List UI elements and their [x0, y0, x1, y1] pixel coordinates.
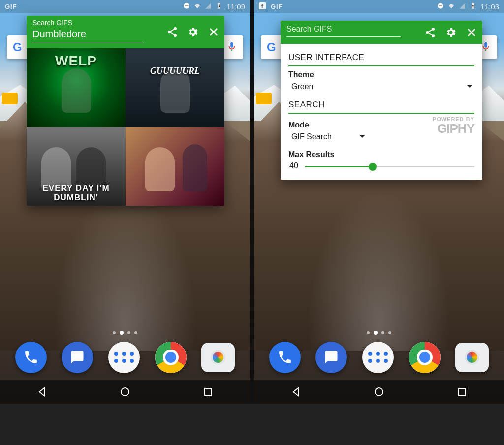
close-icon[interactable]: [208, 26, 220, 38]
homescreen-widget-badge: [256, 93, 272, 104]
dnd-icon: [437, 2, 444, 11]
svg-point-4: [168, 31, 171, 33]
navigation-bar: [254, 380, 504, 404]
camera-app-icon[interactable]: [201, 343, 235, 372]
gif-results-grid: WELP GUUUUURL EVERY DAY I'M DUMBLIN': [27, 48, 224, 206]
svg-rect-2: [231, 49, 232, 51]
svg-point-12: [432, 28, 435, 31]
dock: [0, 335, 250, 380]
phone-screen-left: GIF 11:09 G.: [0, 0, 250, 404]
chevron-down-icon: [467, 85, 472, 91]
battery-icon: [216, 2, 222, 11]
search-label: Search GIFS: [32, 19, 219, 27]
facebook-notif-icon: [259, 2, 266, 11]
back-button[interactable]: [290, 386, 302, 398]
recents-button[interactable]: [456, 386, 468, 398]
dnd-icon: [183, 2, 190, 11]
messages-app-icon[interactable]: [315, 342, 347, 373]
svg-rect-16: [459, 388, 466, 395]
max-results-value: 40: [289, 161, 298, 170]
phone-screen-right: GIF 11:03 G: [254, 0, 504, 404]
search-input[interactable]: [32, 28, 144, 43]
theme-value: Green: [291, 82, 313, 91]
mode-label: Mode: [288, 121, 428, 129]
battery-icon: [470, 2, 476, 11]
gear-icon[interactable]: [445, 27, 457, 38]
close-icon[interactable]: [466, 27, 477, 38]
gif-caption: EVERY DAY I'M DUMBLIN': [27, 183, 126, 203]
chrome-app-icon[interactable]: [409, 342, 441, 373]
back-button[interactable]: [36, 386, 48, 398]
max-results-slider[interactable]: [305, 162, 474, 172]
status-bar: GIF 11:03: [254, 0, 504, 13]
mode-dropdown[interactable]: GIF Search: [288, 129, 367, 146]
phone-app-icon[interactable]: [269, 342, 301, 373]
gif-result[interactable]: EVERY DAY I'M DUMBLIN': [27, 127, 126, 206]
gif-result[interactable]: WELP: [27, 48, 126, 127]
svg-point-6: [121, 388, 129, 396]
mic-icon[interactable]: [226, 41, 237, 54]
powered-by-giphy: POWERED BY GIPHY: [433, 117, 474, 135]
google-logo-icon: G: [267, 40, 276, 54]
section-header-search: SEARCH: [288, 96, 474, 114]
svg-rect-7: [205, 388, 212, 395]
messages-app-icon[interactable]: [62, 342, 93, 373]
status-time: 11:09: [226, 2, 245, 11]
wifi-icon: [194, 2, 201, 11]
app-drawer-button[interactable]: [362, 342, 394, 373]
share-icon[interactable]: [166, 26, 178, 38]
recents-button[interactable]: [202, 386, 214, 398]
chevron-down-icon: [359, 135, 365, 141]
gear-icon[interactable]: [187, 26, 199, 38]
svg-rect-10: [439, 5, 442, 6]
section-header-ui: USER INTERFACE: [288, 49, 474, 66]
svg-point-14: [432, 34, 435, 37]
chrome-app-icon[interactable]: [155, 342, 187, 373]
app-drawer-button[interactable]: [108, 342, 140, 373]
theme-dropdown[interactable]: Green: [288, 79, 474, 96]
status-gif-label: GIF: [271, 3, 283, 10]
home-page-indicator: [113, 331, 137, 335]
status-gif-label: GIF: [5, 3, 17, 10]
overlay-header: Search GIFS: [27, 16, 224, 48]
phone-app-icon[interactable]: [15, 342, 47, 373]
dock: [254, 335, 504, 380]
overlay-header: [281, 21, 482, 44]
svg-rect-1: [185, 5, 189, 6]
svg-rect-11: [485, 49, 486, 51]
navigation-bar: [0, 380, 250, 404]
home-button[interactable]: [373, 386, 385, 398]
share-icon[interactable]: [424, 27, 436, 38]
status-time: 11:03: [480, 2, 499, 11]
home-button[interactable]: [119, 386, 131, 398]
status-bar: GIF 11:09: [0, 0, 250, 13]
gif-search-overlay: Search GIFS WELP: [27, 16, 224, 206]
gif-settings-overlay: USER INTERFACE Theme Green SEARCH Mode G…: [281, 21, 482, 180]
svg-point-13: [426, 31, 429, 34]
home-page-indicator: [367, 331, 391, 335]
wifi-icon: [448, 2, 455, 11]
gif-result[interactable]: [126, 127, 224, 206]
search-input[interactable]: [286, 24, 401, 37]
signal-icon: [205, 2, 212, 11]
homescreen-widget-badge: [2, 93, 18, 104]
svg-point-15: [375, 388, 383, 396]
gif-result[interactable]: GUUUUURL: [126, 48, 224, 127]
google-logo-icon: G.: [13, 40, 22, 54]
max-results-label: Max Results: [288, 150, 474, 159]
mode-value: GIF Search: [291, 132, 332, 141]
signal-icon: [459, 2, 466, 11]
settings-panel: USER INTERFACE Theme Green SEARCH Mode G…: [281, 44, 482, 180]
theme-label: Theme: [288, 70, 474, 79]
svg-point-3: [174, 27, 177, 30]
gif-caption: WELP: [55, 53, 97, 69]
svg-point-5: [174, 34, 177, 37]
gif-caption: GUUUUURL: [150, 66, 200, 76]
camera-app-icon[interactable]: [455, 343, 489, 372]
